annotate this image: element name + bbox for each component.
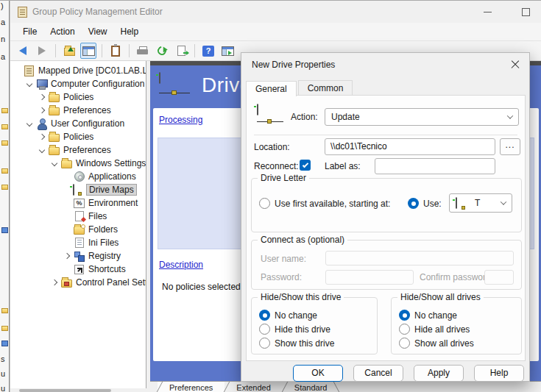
- drive-icon: [73, 185, 85, 195]
- scrollbar-thumb[interactable]: [19, 389, 111, 392]
- help-button[interactable]: ?: [200, 43, 216, 59]
- minimize-button[interactable]: [479, 4, 495, 20]
- bottom-tab-standard[interactable]: Standard: [283, 382, 339, 392]
- expander-cell[interactable]: [37, 135, 47, 139]
- refresh-button[interactable]: [154, 43, 170, 59]
- use-radio[interactable]: Use:: [408, 198, 442, 209]
- apply-button[interactable]: Apply: [414, 365, 464, 382]
- printer-icon: [137, 46, 149, 55]
- tree-item-preferences[interactable]: Preferences: [10, 104, 146, 117]
- print-button[interactable]: [135, 43, 151, 59]
- tree-item-label: Environment: [86, 198, 140, 208]
- use-first-available-radio[interactable]: Use first available, starting at:: [259, 198, 390, 209]
- description-link[interactable]: Description: [159, 260, 203, 270]
- tree-item-files[interactable]: Files: [10, 210, 146, 223]
- expander-cell[interactable]: [37, 148, 47, 152]
- help-button[interactable]: Help: [474, 365, 524, 382]
- no-change-radio[interactable]: No change: [259, 310, 317, 321]
- tree-horizontal-scrollbar[interactable]: [10, 388, 146, 392]
- dialog-tab-general[interactable]: General: [246, 81, 297, 96]
- bottom-tab-preferences[interactable]: Preferences: [158, 382, 224, 392]
- background-text-fragment: n: [1, 35, 5, 43]
- background-folder-icon: [1, 308, 8, 313]
- show-this-drive-radio[interactable]: Show this drive: [259, 338, 334, 349]
- hide-this-drive-label: Hide this drive: [275, 324, 330, 335]
- action-select[interactable]: Update: [325, 108, 519, 126]
- expander-cell[interactable]: [49, 161, 60, 165]
- browse-button[interactable]: ...: [500, 138, 520, 155]
- show-all-drives-radio[interactable]: Show all drives: [399, 338, 474, 349]
- background-folder-icon: [1, 185, 8, 190]
- tree-item-icon: [47, 93, 61, 102]
- new-window-icon: [222, 46, 234, 56]
- new-window-button[interactable]: [219, 43, 236, 59]
- chevron-down-icon: [52, 160, 57, 166]
- menu-item-help[interactable]: Help: [114, 24, 146, 39]
- hide-show-all-drives-title: Hide/Show all drives: [397, 292, 484, 302]
- tree-item-label: Policies: [61, 132, 96, 142]
- expander-cell[interactable]: [37, 108, 47, 113]
- drive-box: [159, 72, 160, 84]
- tree-item-drive-maps[interactable]: Drive Maps: [10, 183, 146, 196]
- folder-up-button[interactable]: [61, 43, 77, 59]
- processing-link[interactable]: Processing: [159, 115, 202, 125]
- ok-button[interactable]: OK: [293, 365, 343, 382]
- tree-item-registry[interactable]: Registry: [10, 249, 146, 263]
- bottom-tab-extended[interactable]: Extended: [224, 382, 282, 392]
- forward-button[interactable]: [34, 43, 50, 59]
- clipboard-button[interactable]: [107, 43, 124, 59]
- tree-item-mapped-drive-dc01-lab-loca[interactable]: Mapped Drive [DC01.LAB.LOCA: [10, 64, 146, 77]
- tree-item-computer-configuration[interactable]: Computer Configuration: [10, 77, 146, 90]
- export-list-button[interactable]: [173, 43, 189, 59]
- maximize-button[interactable]: [517, 4, 534, 20]
- tree-item-policies[interactable]: Policies: [10, 130, 146, 143]
- background-folder-icon: [1, 326, 8, 331]
- expander-cell[interactable]: [24, 82, 35, 86]
- hide-this-drive-radio[interactable]: Hide this drive: [259, 324, 330, 335]
- cancel-button[interactable]: Cancel: [353, 365, 403, 382]
- tree-item-shortcuts[interactable]: Shortcuts: [10, 263, 146, 276]
- clipboard-icon: [111, 46, 120, 57]
- tree-item-user-configuration[interactable]: User Configuration: [10, 117, 146, 130]
- tree-item-policies[interactable]: Policies: [10, 90, 146, 104]
- drive-box: [257, 104, 258, 115]
- expander-cell[interactable]: [37, 95, 47, 99]
- expander-cell[interactable]: [24, 121, 35, 126]
- tree-item-environment[interactable]: %Environment: [10, 196, 146, 210]
- folder-icon: [49, 107, 60, 115]
- no-change-radio[interactable]: No change: [399, 310, 457, 321]
- tree-item-applications[interactable]: Applications: [10, 170, 146, 183]
- drive-letter-select[interactable]: T: [449, 193, 512, 213]
- close-icon[interactable]: [509, 58, 522, 71]
- background-text-fragment: u: [1, 369, 5, 378]
- location-input[interactable]: \\dc01\Tecnico: [325, 138, 495, 155]
- tree-item-icon: [35, 79, 49, 89]
- refresh-icon: [156, 45, 169, 57]
- use-first-available-label: Use first available, starting at:: [275, 199, 390, 209]
- use-label: Use:: [423, 199, 442, 209]
- tree-item-icon: %: [72, 199, 86, 208]
- tree-item-control-panel-setting[interactable]: Control Panel Setting: [10, 276, 146, 289]
- back-button[interactable]: [15, 43, 31, 59]
- tree-item-preferences[interactable]: Preferences: [10, 143, 146, 157]
- expander-cell[interactable]: [49, 280, 60, 285]
- menu-item-file[interactable]: File: [16, 24, 43, 39]
- tree-item-windows-settings[interactable]: Windows Settings: [10, 157, 146, 170]
- reconnect-checkbox[interactable]: [300, 160, 311, 171]
- toolbar-separator: [129, 44, 130, 57]
- radio-icon: [408, 198, 419, 209]
- menu-item-view[interactable]: View: [82, 24, 114, 39]
- menu-item-action[interactable]: Action: [43, 24, 81, 39]
- confirm-password-input: [484, 270, 514, 285]
- tree-item-ini-files[interactable]: Ini Files: [10, 236, 146, 249]
- new-drive-properties-dialog: New Drive Properties GeneralCommon Actio…: [241, 52, 530, 382]
- tree-item-folders[interactable]: Folders: [10, 223, 146, 236]
- label-as-input[interactable]: [375, 158, 495, 174]
- hide-all-drives-radio[interactable]: Hide all drives: [399, 324, 470, 335]
- dialog-tab-common[interactable]: Common: [298, 80, 353, 96]
- console-tree-button[interactable]: [80, 43, 96, 59]
- section-divider: [254, 135, 517, 135]
- tree-item-icon: [47, 146, 61, 155]
- radio-icon: [259, 324, 270, 335]
- expander-cell[interactable]: [62, 254, 72, 258]
